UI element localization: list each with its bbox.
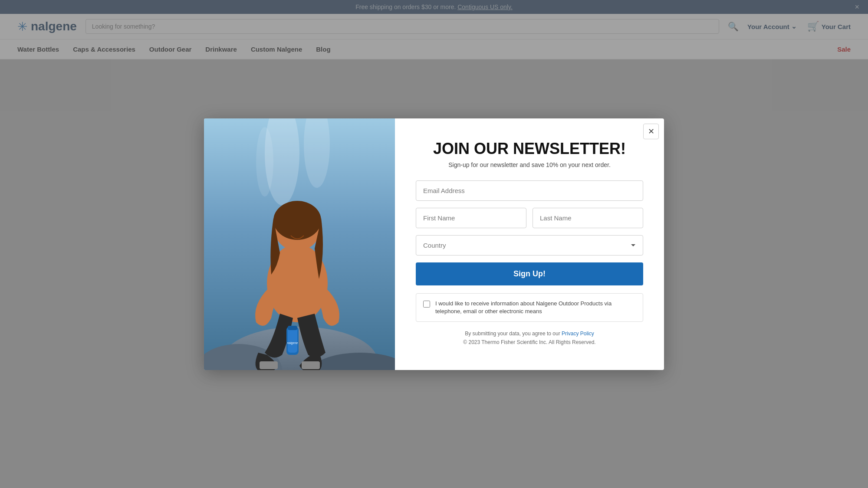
svg-text:nalgene: nalgene: [287, 341, 298, 345]
close-icon: ✕: [648, 127, 654, 136]
modal-overlay[interactable]: nalgene ✕ JOIN OUR NEWSLETTER! Sign-up f…: [0, 0, 868, 488]
svg-point-4: [256, 127, 273, 197]
copyright-text: © 2023 Thermo Fisher Scientific Inc. All…: [463, 339, 595, 345]
footer-text: By submitting your data, you agree to ou…: [416, 330, 643, 346]
modal-form-panel: ✕ JOIN OUR NEWSLETTER! Sign-up for our n…: [395, 118, 664, 370]
modal-subtitle: Sign-up for our newsletter and save 10% …: [416, 161, 643, 168]
svg-rect-15: [260, 361, 278, 369]
modal-image-panel: nalgene: [204, 118, 395, 370]
svg-point-10: [273, 201, 321, 240]
svg-rect-12: [288, 327, 297, 353]
first-name-input[interactable]: [416, 208, 526, 228]
svg-rect-16: [302, 361, 320, 369]
newsletter-modal: nalgene ✕ JOIN OUR NEWSLETTER! Sign-up f…: [204, 118, 664, 370]
modal-title: JOIN OUR NEWSLETTER!: [416, 140, 643, 157]
consent-label[interactable]: I would like to receive information abou…: [435, 300, 636, 315]
sign-up-button[interactable]: Sign Up!: [416, 262, 643, 285]
last-name-input[interactable]: [533, 208, 643, 228]
name-row: [416, 208, 643, 228]
consent-container: I would like to receive information abou…: [416, 293, 643, 322]
consent-checkbox[interactable]: [423, 301, 430, 308]
close-modal-button[interactable]: ✕: [643, 124, 659, 139]
footer-prefix: By submitting your data, you agree to ou…: [465, 331, 560, 337]
svg-rect-13: [288, 326, 297, 330]
email-group: [416, 180, 643, 201]
country-select[interactable]: Country United States Canada United King…: [416, 235, 643, 255]
privacy-policy-link[interactable]: Privacy Policy: [562, 331, 594, 337]
email-input[interactable]: [416, 180, 643, 201]
